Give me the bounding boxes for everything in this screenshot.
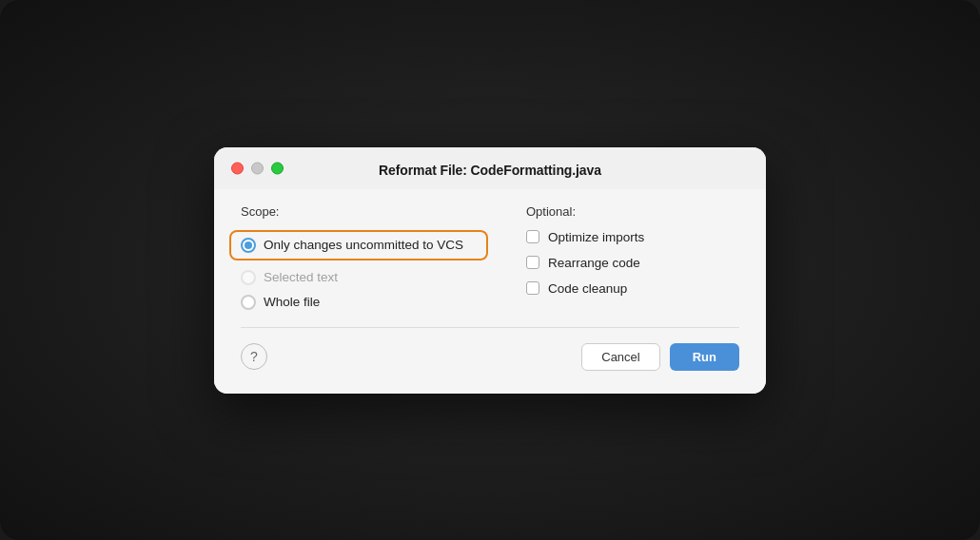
optional-checkbox-group: Optimize imports Rearrange code Code cle… xyxy=(526,230,739,296)
optional-rearrange[interactable]: Rearrange code xyxy=(526,256,739,270)
dialog-body: Scope: Only changes uncommitted to VCS S… xyxy=(214,189,766,394)
button-row: ? Cancel Run xyxy=(241,343,739,371)
traffic-lights xyxy=(231,162,284,174)
checkbox-optimize[interactable] xyxy=(526,230,539,243)
scope-option-vcs[interactable]: Only changes uncommitted to VCS xyxy=(229,230,488,260)
title-bar: Reformat File: CodeFormatting.java xyxy=(214,147,766,189)
checkbox-rearrange[interactable] xyxy=(526,256,539,269)
scope-option-selected: Selected text xyxy=(241,270,488,285)
close-button[interactable] xyxy=(231,162,244,174)
optional-label: Optional: xyxy=(526,204,739,219)
radio-whole[interactable] xyxy=(241,295,256,310)
cancel-button[interactable]: Cancel xyxy=(581,343,659,371)
dialog-title: Reformat File: CodeFormatting.java xyxy=(379,163,601,178)
scope-column: Scope: Only changes uncommitted to VCS S… xyxy=(241,204,488,310)
minimize-button[interactable] xyxy=(251,162,264,174)
cleanup-label: Code cleanup xyxy=(548,281,627,296)
maximize-button[interactable] xyxy=(271,162,284,174)
scope-vcs-label: Only changes uncommitted to VCS xyxy=(264,238,463,252)
run-button[interactable]: Run xyxy=(670,343,739,371)
optional-column: Optional: Optimize imports Rearrange cod… xyxy=(526,204,739,310)
scope-radio-group: Only changes uncommitted to VCS Selected… xyxy=(241,230,488,310)
checkbox-cleanup[interactable] xyxy=(526,281,539,295)
radio-selected xyxy=(241,270,256,285)
help-button[interactable]: ? xyxy=(241,343,267,370)
scope-whole-label: Whole file xyxy=(264,295,320,309)
main-columns: Scope: Only changes uncommitted to VCS S… xyxy=(241,204,739,310)
dialog-window: Reformat File: CodeFormatting.java Scope… xyxy=(214,147,766,394)
action-buttons: Cancel Run xyxy=(581,343,739,371)
rearrange-label: Rearrange code xyxy=(548,256,640,270)
optional-optimize[interactable]: Optimize imports xyxy=(526,230,739,244)
optimize-label: Optimize imports xyxy=(548,230,644,244)
divider xyxy=(241,327,739,328)
scope-selected-label: Selected text xyxy=(264,270,338,284)
scope-label: Scope: xyxy=(241,204,488,219)
scope-option-whole[interactable]: Whole file xyxy=(241,295,488,310)
optional-cleanup[interactable]: Code cleanup xyxy=(526,281,739,296)
radio-vcs[interactable] xyxy=(241,238,256,253)
